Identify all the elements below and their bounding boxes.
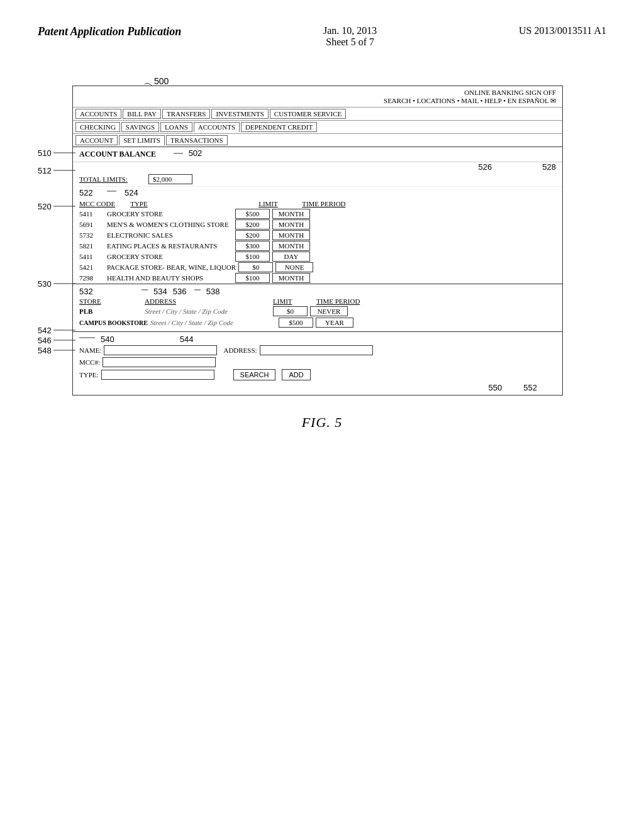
tab-dependent-credit[interactable]: DEPENDENT CREDIT [241,122,317,132]
ref-502: 500502 [174,148,202,158]
col-store-limit: LIMIT [273,297,314,305]
col-store: STORE [79,297,142,305]
header-patent: US 2013/0013511 A1 [519,25,606,36]
name-input[interactable] [104,345,217,355]
action-buttons: SEARCH ADD [233,369,311,380]
total-limits-value: $2,000 [148,174,192,184]
tab-savings[interactable]: SAVINGS [121,122,159,132]
store-addr-1: Street / City / State / Zip Code [150,319,276,326]
store-name-0: PLB [79,307,142,315]
tab-loans[interactable]: LOANS [160,122,192,132]
type-label: TYPE: [79,371,99,379]
mcc-period-6: MONTH [272,273,310,283]
mcc-limit-2: $200 [235,230,270,240]
top-bar-links: ONLINE BANKING SIGN OFF SEARCH • LOCATIO… [384,89,556,106]
ref-540: 540 [101,335,114,344]
tab-transfers[interactable]: TRANSFERS [162,109,210,119]
col-address: ADDRESS [145,297,270,305]
type-input[interactable] [101,370,214,380]
mcc-row-5: 5421 PACKAGE STORE- BEAR, WINE, LIQUOR $… [79,262,556,272]
top-bar: ONLINE BANKING SIGN OFF SEARCH • LOCATIO… [73,86,562,107]
mcc-row-1: 5691 MEN'S & WOMEN'S CLOTHING STORE $200… [79,219,556,230]
sub-nav-row: CHECKING SAVINGS LOANS ACCOUNTS DEPENDEN… [73,121,562,134]
tab-checking[interactable]: CHECKING [75,122,120,132]
mcc-limit-0: $500 [235,209,270,219]
mcc-type-4: GROCERY STORE [107,253,233,260]
col-mcc-code: MCC CODE [79,200,115,208]
tab-transactions[interactable]: TRANSACTIONS [166,135,228,145]
publication-title: Patent Application Publication [38,25,181,38]
address-input[interactable] [260,345,373,355]
ref-536: 536 [173,287,192,296]
tab-accounts[interactable]: ACCOUNTS [75,109,121,119]
diagram-wrapper: 500 510 512 520 530 [38,86,606,396]
account-balance-label: ACCOUNT BALANCE [79,150,156,159]
mcc-table-header: MCC CODE TYPE LIMIT TIME PERIOD [73,199,562,209]
mcc-type-0: GROCERY STORE [107,210,233,218]
tab-sub-accounts[interactable]: ACCOUNTS [194,122,240,132]
mcc-row-0: 5411 GROCERY STORE $500 MONTH [79,209,556,219]
mcc-input[interactable] [103,357,216,367]
header-date: Jan. 10, 2013 [323,25,377,36]
mcc-type-2: ELECTRONIC SALES [107,231,233,239]
store-addr-0: Street / City / State / Zip Code [145,307,270,315]
store-header-row: STORE ADDRESS LIMIT TIME PERIOD [79,297,556,305]
store-limit-0: $0 [273,306,308,316]
mcc-code-3: 5821 [79,242,104,250]
ref-524: 524 [125,188,138,197]
total-limits-label: TOTAL LIMITS: [79,175,148,183]
name-address-row: NAME: ADDRESS: [79,345,556,355]
mcc-type-1: MEN'S & WOMEN'S CLOTHING STORE [107,221,233,228]
col-limit: LIMIT [258,200,299,208]
mcc-type-3: EATING PLACES & RESTAURANTS [107,242,233,250]
mcc-period-0: MONTH [272,209,310,219]
mcc-limit-4: $100 [235,252,270,262]
tab-set-limits[interactable]: SET LIMITS [119,135,165,145]
page-tabs-row: ACCOUNT SET LIMITS TRANSACTIONS [73,134,562,147]
address-label: ADDRESS: [223,346,257,354]
ref-552: 552 [523,383,537,392]
ref-526: 526 [479,162,492,172]
mcc-code-2: 5732 [79,231,104,239]
search-button[interactable]: SEARCH [233,369,276,380]
type-field-group: TYPE: [79,370,214,380]
store-limit-1: $500 [279,318,313,328]
ref-532: 532 [79,287,139,296]
search-section: 540 544 NAME: ADDRESS: [73,331,562,395]
limits-area: 526 528 TOTAL LIMITS: $2,000 522 524 [73,162,562,209]
mcc-rows: 5411 GROCERY STORE $500 MONTH 5691 MEN'S… [73,209,562,283]
mcc-row-6: 7298 HEALTH AND BEAUTY SHOPS $100 MONTH [79,273,556,283]
col-time-period: TIME PERIOD [302,200,346,208]
tab-account[interactable]: ACCOUNT [75,135,118,145]
store-period-0: NEVER [310,306,348,316]
search-links-line: SEARCH • LOCATIONS • MAIL • HELP • EN ES… [384,97,556,105]
tab-customer-service[interactable]: CUSTOMER SERVICE [270,109,346,119]
mcc-period-4: DAY [272,252,310,262]
mcc-row-3: 5821 EATING PLACES & RESTAURANTS $300 MO… [79,241,556,251]
header-sheet: Sheet 5 of 7 [323,36,377,48]
diagram-area: 510 512 520 530 542 546 [38,86,606,396]
mcc-code-0: 5411 [79,210,104,218]
store-name-1: CAMPUS BOOKSTORE [79,319,148,326]
tab-investments[interactable]: INVESTMENTS [211,109,268,119]
header-center: Jan. 10, 2013 Sheet 5 of 7 [323,25,377,48]
figure-label: FIG. 5 [38,414,606,431]
mcc-code-5: 5421 [79,263,104,271]
ref-522: 522 [79,188,104,197]
page-header: Patent Application Publication Jan. 10, … [0,0,644,60]
type-search-row: TYPE: SEARCH ADD [79,369,556,380]
search-btn-group: SEARCH [233,369,276,380]
ref-550: 550 [489,383,502,392]
mcc-code-4: 5411 [79,253,104,260]
tab-bill-pay[interactable]: BILL PAY [123,109,161,119]
add-button[interactable]: ADD [282,369,310,380]
main-content: 500 510 512 520 530 [0,60,644,456]
store-period-1: YEAR [316,318,353,328]
mcc-period-1: MONTH [272,219,310,230]
online-banking-line: ONLINE BANKING SIGN OFF [384,89,556,96]
mcc-limit-6: $100 [235,273,270,283]
total-limits-row: TOTAL LIMITS: $2,000 [73,172,562,187]
mcc-type-5: PACKAGE STORE- BEAR, WINE, LIQUOR [107,263,236,271]
mcc-code-1: 5691 [79,221,104,228]
mcc-field-group: MCC#: [79,357,216,367]
